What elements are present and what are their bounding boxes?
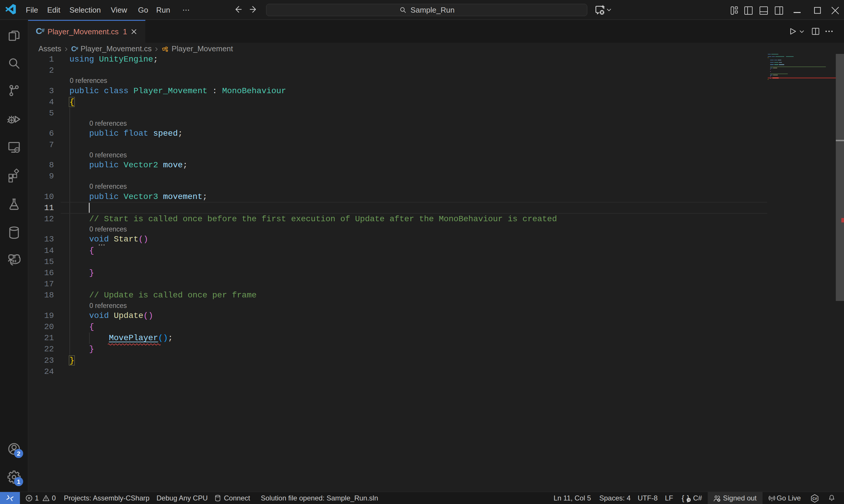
svg-text:C#: C# [812, 497, 817, 501]
